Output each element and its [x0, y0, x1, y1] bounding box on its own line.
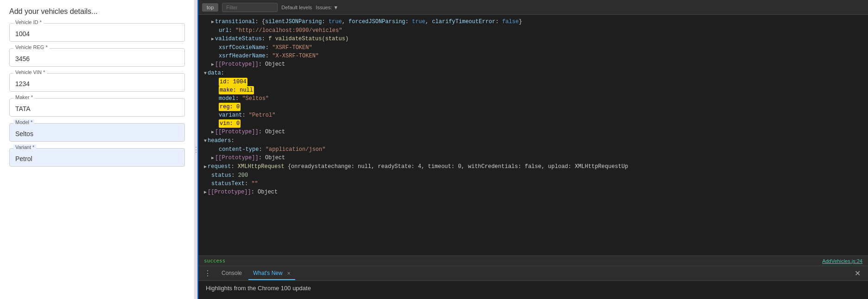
vehicle-vin-group: Vehicle VIN * — [9, 73, 185, 92]
devtools-code-area: ▶ transitional: {silentJSONParsing: true… — [198, 15, 868, 255]
code-line: id: 1004 — [198, 78, 868, 86]
maker-label: Maker * — [13, 94, 35, 100]
tab-whats-new[interactable]: What's New ✕ — [248, 267, 295, 280]
devtools-bottom-tabs: ⋮ Console What's New ✕ ✕ — [198, 266, 868, 280]
whats-new-panel: Highlights from the Chrome 100 update — [198, 280, 868, 299]
vehicle-id-group: Vehicle ID * — [9, 23, 185, 42]
vehicle-id-input[interactable] — [15, 28, 179, 39]
vehicle-vin-label: Vehicle VIN * — [13, 69, 47, 75]
code-line: ▶ [[Prototype]]: Object — [198, 154, 868, 162]
form-panel: Add your vehicles details... Vehicle ID … — [0, 0, 195, 299]
maker-input[interactable] — [15, 103, 179, 114]
vehicle-id-label: Vehicle ID * — [13, 19, 44, 25]
model-group: Model * — [9, 123, 185, 142]
expand-arrow[interactable]: ▼ — [204, 69, 207, 78]
vehicle-reg-group: Vehicle REG * — [9, 48, 185, 67]
code-line: vin: 0 — [198, 119, 868, 128]
code-line: reg: 0 — [198, 103, 868, 111]
variant-label: Variant * — [13, 144, 36, 150]
expand-arrow[interactable]: ▶ — [211, 154, 214, 162]
code-line: content-type: "application/json" — [198, 145, 868, 154]
variant-input[interactable] — [15, 153, 179, 164]
code-line: ▶ validateStatus: f validateStatus(statu… — [198, 35, 868, 44]
code-line: url: "http://localhost:9090/vehicles" — [198, 26, 868, 35]
expand-arrow[interactable]: ▼ — [204, 137, 207, 145]
model-label: Model * — [13, 119, 34, 125]
expand-arrow[interactable]: ▶ — [211, 128, 214, 137]
variant-group: Variant * — [9, 148, 185, 167]
vehicle-vin-input[interactable] — [15, 78, 179, 89]
code-line: ▼ data: — [198, 69, 868, 78]
code-line: ▶ [[Prototype]]: Object — [198, 188, 868, 197]
code-line: ▼ headers: — [198, 137, 868, 145]
tab-console-label: Console — [222, 270, 242, 276]
status-success-text: success — [204, 258, 225, 264]
code-line: variant: "Petrol" — [198, 111, 868, 119]
code-line: make: null — [198, 86, 868, 94]
whats-new-text: Highlights from the Chrome 100 update — [206, 285, 311, 292]
panel-divider[interactable] — [195, 0, 197, 299]
tab-menu-dots[interactable]: ⋮ — [202, 269, 213, 278]
code-line: statusText: "" — [198, 180, 868, 188]
devtools-toolbar: top Default levels Issues: ▼ — [198, 0, 868, 15]
expand-arrow[interactable]: ▶ — [211, 35, 214, 44]
status-file-link[interactable]: AddVehicles.js:24 — [822, 258, 862, 264]
maker-group: Maker * — [9, 98, 185, 117]
code-line: xsrfHeaderName: "X-XSRF-TOKEN" — [198, 52, 868, 60]
expand-arrow[interactable]: ▶ — [204, 188, 207, 197]
code-line: xsrfCookieName: "XSRF-TOKEN" — [198, 44, 868, 52]
vehicle-reg-label: Vehicle REG * — [13, 44, 50, 50]
expand-arrow[interactable]: ▶ — [211, 18, 214, 26]
filter-input[interactable] — [222, 3, 278, 12]
devtools-status-bar: success AddVehicles.js:24 — [198, 255, 868, 266]
code-line: ▶ [[Prototype]]: Object — [198, 60, 868, 69]
model-input[interactable] — [15, 128, 179, 139]
code-line: status: 200 — [198, 171, 868, 180]
tab-whats-new-label: What's New — [253, 270, 283, 276]
vehicle-reg-input[interactable] — [15, 53, 179, 64]
expand-arrow[interactable]: ▶ — [204, 163, 207, 171]
code-line: ▶ transitional: {silentJSONParsing: true… — [198, 18, 868, 26]
expand-arrow[interactable]: ▶ — [211, 61, 214, 69]
form-title: Add your vehicles details... — [9, 7, 185, 16]
level-label: Default levels — [281, 5, 312, 10]
devtools-close-button[interactable]: ✕ — [851, 269, 864, 278]
code-line: ▶ [[Prototype]]: Object — [198, 128, 868, 137]
top-button[interactable]: top — [202, 3, 218, 12]
code-line: ▶ request: XMLHttpRequest {onreadystatec… — [198, 162, 868, 171]
devtools-panel: top Default levels Issues: ▼ ▶ transitio… — [197, 0, 868, 299]
tab-console[interactable]: Console — [217, 267, 247, 280]
issues-label[interactable]: Issues: ▼ — [316, 5, 338, 10]
tab-whats-new-close[interactable]: ✕ — [287, 271, 291, 276]
code-line: model: "Seltos" — [198, 94, 868, 103]
